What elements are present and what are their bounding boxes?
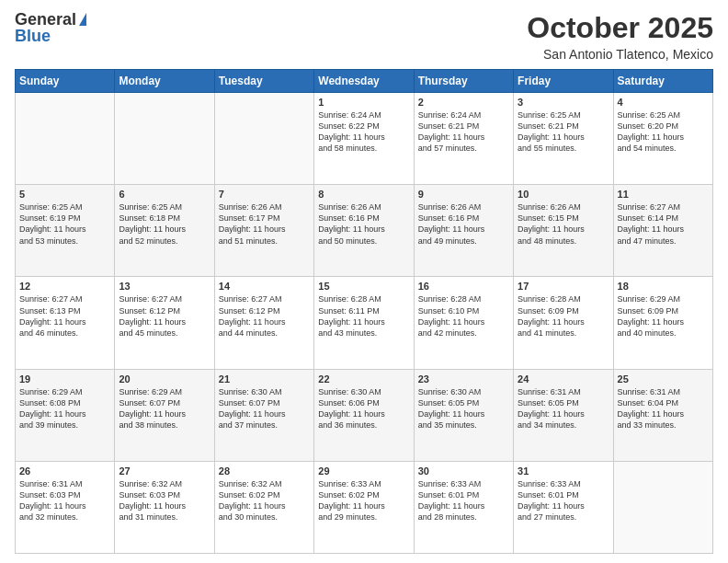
day-number: 8 <box>318 189 409 200</box>
day-info: Sunrise: 6:25 AM Sunset: 6:20 PM Dayligh… <box>618 109 709 155</box>
day-number: 10 <box>518 189 609 200</box>
header-friday: Friday <box>514 70 613 93</box>
day-info: Sunrise: 6:26 AM Sunset: 6:16 PM Dayligh… <box>318 201 409 247</box>
table-row: 20Sunrise: 6:29 AM Sunset: 6:07 PM Dayli… <box>115 369 214 461</box>
table-row: 12Sunrise: 6:27 AM Sunset: 6:13 PM Dayli… <box>16 277 115 369</box>
day-number: 11 <box>618 189 709 200</box>
table-row: 4Sunrise: 6:25 AM Sunset: 6:20 PM Daylig… <box>613 93 712 185</box>
calendar-week-row: 5Sunrise: 6:25 AM Sunset: 6:19 PM Daylig… <box>16 185 713 277</box>
day-info: Sunrise: 6:29 AM Sunset: 6:09 PM Dayligh… <box>618 293 709 339</box>
day-number: 14 <box>219 281 310 292</box>
table-row: 7Sunrise: 6:26 AM Sunset: 6:17 PM Daylig… <box>214 185 313 277</box>
table-row: 17Sunrise: 6:28 AM Sunset: 6:09 PM Dayli… <box>514 277 613 369</box>
table-row: 27Sunrise: 6:32 AM Sunset: 6:03 PM Dayli… <box>115 461 214 553</box>
table-row: 29Sunrise: 6:33 AM Sunset: 6:02 PM Dayli… <box>314 461 414 553</box>
header-saturday: Saturday <box>613 70 712 93</box>
day-info: Sunrise: 6:33 AM Sunset: 6:01 PM Dayligh… <box>418 478 509 523</box>
day-info: Sunrise: 6:28 AM Sunset: 6:11 PM Dayligh… <box>318 293 409 339</box>
day-info: Sunrise: 6:32 AM Sunset: 6:03 PM Dayligh… <box>119 478 210 523</box>
day-number: 29 <box>318 465 409 477</box>
header: General Blue October 2025 San Antonio Tl… <box>15 11 713 62</box>
day-number: 2 <box>418 97 509 108</box>
day-info: Sunrise: 6:29 AM Sunset: 6:07 PM Dayligh… <box>119 386 210 431</box>
day-info: Sunrise: 6:24 AM Sunset: 6:21 PM Dayligh… <box>418 109 509 155</box>
day-number: 5 <box>19 189 110 200</box>
day-number: 18 <box>618 281 709 292</box>
day-number: 25 <box>618 373 709 385</box>
table-row: 25Sunrise: 6:31 AM Sunset: 6:04 PM Dayli… <box>613 369 712 461</box>
weekday-header-row: Sunday Monday Tuesday Wednesday Thursday… <box>16 70 713 93</box>
logo-blue-text: Blue <box>15 28 86 46</box>
day-number: 21 <box>219 373 310 385</box>
day-number: 27 <box>119 465 210 477</box>
table-row: 5Sunrise: 6:25 AM Sunset: 6:19 PM Daylig… <box>16 185 115 277</box>
table-row: 28Sunrise: 6:32 AM Sunset: 6:02 PM Dayli… <box>214 461 313 553</box>
day-info: Sunrise: 6:26 AM Sunset: 6:17 PM Dayligh… <box>219 201 310 247</box>
table-row: 6Sunrise: 6:25 AM Sunset: 6:18 PM Daylig… <box>115 185 214 277</box>
header-tuesday: Tuesday <box>214 70 313 93</box>
day-number: 6 <box>119 189 210 200</box>
table-row: 10Sunrise: 6:26 AM Sunset: 6:15 PM Dayli… <box>514 185 613 277</box>
table-row: 26Sunrise: 6:31 AM Sunset: 6:03 PM Dayli… <box>16 461 115 553</box>
header-sunday: Sunday <box>16 70 115 93</box>
day-info: Sunrise: 6:31 AM Sunset: 6:05 PM Dayligh… <box>518 386 609 431</box>
table-row: 31Sunrise: 6:33 AM Sunset: 6:01 PM Dayli… <box>514 461 613 553</box>
day-info: Sunrise: 6:33 AM Sunset: 6:02 PM Dayligh… <box>318 478 409 523</box>
day-info: Sunrise: 6:28 AM Sunset: 6:10 PM Dayligh… <box>418 293 509 339</box>
day-number: 22 <box>318 373 409 385</box>
calendar-week-row: 1Sunrise: 6:24 AM Sunset: 6:22 PM Daylig… <box>16 93 713 185</box>
day-info: Sunrise: 6:28 AM Sunset: 6:09 PM Dayligh… <box>518 293 609 339</box>
table-row: 18Sunrise: 6:29 AM Sunset: 6:09 PM Dayli… <box>613 277 712 369</box>
day-number: 9 <box>418 189 509 200</box>
calendar-location: San Antonio Tlatenco, Mexico <box>527 47 713 62</box>
table-row <box>115 93 214 185</box>
day-info: Sunrise: 6:27 AM Sunset: 6:14 PM Dayligh… <box>618 201 709 247</box>
table-row <box>16 93 115 185</box>
day-info: Sunrise: 6:30 AM Sunset: 6:06 PM Dayligh… <box>318 386 409 431</box>
day-info: Sunrise: 6:27 AM Sunset: 6:12 PM Dayligh… <box>219 293 310 339</box>
day-number: 24 <box>518 373 609 385</box>
day-info: Sunrise: 6:25 AM Sunset: 6:21 PM Dayligh… <box>518 109 609 155</box>
table-row: 8Sunrise: 6:26 AM Sunset: 6:16 PM Daylig… <box>314 185 414 277</box>
table-row: 23Sunrise: 6:30 AM Sunset: 6:05 PM Dayli… <box>414 369 513 461</box>
table-row: 14Sunrise: 6:27 AM Sunset: 6:12 PM Dayli… <box>214 277 313 369</box>
header-monday: Monday <box>115 70 214 93</box>
day-info: Sunrise: 6:30 AM Sunset: 6:05 PM Dayligh… <box>418 386 509 431</box>
day-info: Sunrise: 6:33 AM Sunset: 6:01 PM Dayligh… <box>518 478 609 523</box>
day-info: Sunrise: 6:26 AM Sunset: 6:16 PM Dayligh… <box>418 201 509 247</box>
day-info: Sunrise: 6:27 AM Sunset: 6:12 PM Dayligh… <box>119 293 210 339</box>
day-number: 12 <box>19 281 110 292</box>
day-number: 1 <box>318 97 409 108</box>
header-thursday: Thursday <box>414 70 513 93</box>
table-row: 9Sunrise: 6:26 AM Sunset: 6:16 PM Daylig… <box>414 185 513 277</box>
day-number: 28 <box>219 465 310 477</box>
calendar-table: Sunday Monday Tuesday Wednesday Thursday… <box>15 69 713 554</box>
table-row: 19Sunrise: 6:29 AM Sunset: 6:08 PM Dayli… <box>16 369 115 461</box>
table-row: 3Sunrise: 6:25 AM Sunset: 6:21 PM Daylig… <box>514 93 613 185</box>
logo-triangle-icon <box>79 13 86 26</box>
day-info: Sunrise: 6:31 AM Sunset: 6:04 PM Dayligh… <box>618 386 709 431</box>
table-row: 16Sunrise: 6:28 AM Sunset: 6:10 PM Dayli… <box>414 277 513 369</box>
title-block: October 2025 San Antonio Tlatenco, Mexic… <box>527 11 713 62</box>
day-number: 30 <box>418 465 509 477</box>
table-row: 13Sunrise: 6:27 AM Sunset: 6:12 PM Dayli… <box>115 277 214 369</box>
table-row: 2Sunrise: 6:24 AM Sunset: 6:21 PM Daylig… <box>414 93 513 185</box>
day-info: Sunrise: 6:30 AM Sunset: 6:07 PM Dayligh… <box>219 386 310 431</box>
calendar-title: October 2025 <box>527 11 713 45</box>
day-number: 15 <box>318 281 409 292</box>
day-info: Sunrise: 6:24 AM Sunset: 6:22 PM Dayligh… <box>318 109 409 155</box>
day-number: 16 <box>418 281 509 292</box>
day-info: Sunrise: 6:32 AM Sunset: 6:02 PM Dayligh… <box>219 478 310 523</box>
day-info: Sunrise: 6:27 AM Sunset: 6:13 PM Dayligh… <box>19 293 110 339</box>
day-info: Sunrise: 6:25 AM Sunset: 6:19 PM Dayligh… <box>19 201 110 247</box>
calendar-week-row: 12Sunrise: 6:27 AM Sunset: 6:13 PM Dayli… <box>16 277 713 369</box>
day-number: 31 <box>518 465 609 477</box>
table-row: 24Sunrise: 6:31 AM Sunset: 6:05 PM Dayli… <box>514 369 613 461</box>
day-info: Sunrise: 6:26 AM Sunset: 6:15 PM Dayligh… <box>518 201 609 247</box>
table-row: 30Sunrise: 6:33 AM Sunset: 6:01 PM Dayli… <box>414 461 513 553</box>
logo: General Blue <box>15 11 86 46</box>
day-info: Sunrise: 6:31 AM Sunset: 6:03 PM Dayligh… <box>19 478 110 523</box>
day-number: 26 <box>19 465 110 477</box>
day-number: 20 <box>119 373 210 385</box>
table-row: 15Sunrise: 6:28 AM Sunset: 6:11 PM Dayli… <box>314 277 414 369</box>
